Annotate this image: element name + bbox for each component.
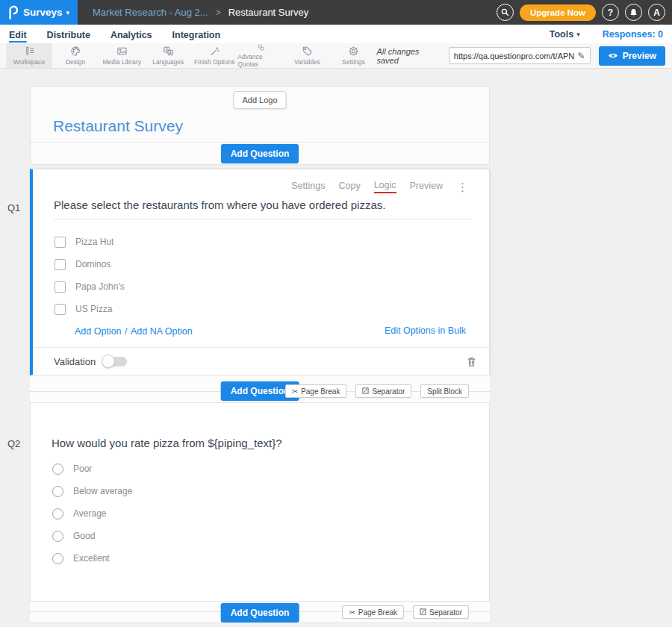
toolbar-item-design[interactable]: Design bbox=[52, 43, 99, 68]
search-button[interactable] bbox=[497, 4, 514, 21]
add-question-button[interactable]: Add Question bbox=[221, 144, 299, 163]
question-footer-q1: Validation bbox=[33, 347, 489, 375]
question-card-q1: Settings Copy Logic Preview ⋮ Please sel… bbox=[30, 169, 490, 375]
magic-wand-icon bbox=[209, 46, 220, 57]
option-label[interactable]: Papa John's bbox=[75, 281, 125, 292]
option-label[interactable]: Below average bbox=[73, 486, 132, 496]
radio-icon[interactable] bbox=[52, 553, 63, 564]
upgrade-now-button[interactable]: Upgrade Now bbox=[520, 4, 596, 21]
breadcrumb-folder[interactable]: Market Research - Aug 2... bbox=[93, 7, 208, 18]
preview-button[interactable]: Preview bbox=[599, 46, 665, 66]
preview-button-label: Preview bbox=[623, 51, 656, 61]
toggle-knob bbox=[102, 355, 115, 368]
option-label[interactable]: Pizza Hut bbox=[75, 237, 113, 247]
radio-icon[interactable] bbox=[52, 464, 63, 475]
toolbar-item-workspace[interactable]: Workspace bbox=[6, 43, 52, 68]
toolbar-item-finish-options[interactable]: Finish Options bbox=[191, 43, 237, 68]
answer-options-q2: Poor Below average Average Good Excellen… bbox=[52, 458, 132, 570]
gear-icon bbox=[348, 46, 359, 57]
breadcrumb-separator-icon: > bbox=[216, 7, 221, 18]
checkbox-icon[interactable] bbox=[55, 304, 66, 315]
edit-options-in-bulk-link[interactable]: Edit Options in Bulk bbox=[385, 325, 466, 336]
toolbar-item-advance-quotas[interactable]: Advance Quotas bbox=[237, 43, 284, 68]
radio-icon[interactable] bbox=[52, 531, 63, 542]
tab-distribute[interactable]: Distribute bbox=[47, 28, 90, 40]
option-label[interactable]: Dominos bbox=[75, 259, 111, 269]
notifications-button[interactable] bbox=[625, 4, 642, 21]
option-actions-row: Add Option / Add NA Option Edit Options … bbox=[75, 324, 466, 337]
scissors-icon: ✂ bbox=[349, 608, 355, 617]
question-number-q2: Q2 bbox=[7, 438, 20, 449]
nav-tabs: Edit Distribute Analytics Integration bbox=[9, 25, 220, 43]
add-na-option-link[interactable]: Add NA Option bbox=[131, 326, 193, 337]
checkbox-icon[interactable] bbox=[55, 237, 66, 248]
user-avatar[interactable]: A bbox=[648, 4, 665, 21]
delete-question-button[interactable] bbox=[467, 356, 476, 367]
checkbox-icon[interactable] bbox=[55, 259, 66, 270]
question-copy-link[interactable]: Copy bbox=[338, 181, 360, 193]
tab-analytics[interactable]: Analytics bbox=[111, 28, 152, 40]
option-row: Poor bbox=[52, 458, 132, 480]
surveys-menu-label: Surveys bbox=[23, 7, 63, 18]
question-text-q1[interactable]: Please select the restaurants from where… bbox=[54, 199, 471, 219]
page-break-button[interactable]: ✂ Page Break bbox=[342, 605, 404, 619]
question-text-q2[interactable]: How would you rate pizza from ${piping_t… bbox=[52, 437, 282, 449]
add-option-link[interactable]: Add Option bbox=[75, 326, 122, 337]
radio-icon[interactable] bbox=[52, 508, 63, 520]
trash-icon bbox=[467, 356, 476, 367]
kebab-menu-icon[interactable]: ⋮ bbox=[457, 181, 468, 193]
edit-url-icon[interactable]: ✎ bbox=[578, 51, 585, 61]
question-mark-icon: ? bbox=[608, 7, 613, 18]
surveys-menu[interactable]: Surveys ▾ bbox=[23, 7, 69, 18]
responses-count[interactable]: Responses: 0 bbox=[603, 29, 663, 40]
split-block-label: Split Block bbox=[427, 387, 462, 396]
option-label[interactable]: Good bbox=[73, 531, 95, 541]
page-break-button[interactable]: ✂ Page Break bbox=[285, 384, 347, 398]
question-settings-link[interactable]: Settings bbox=[291, 181, 325, 193]
validation-toggle[interactable] bbox=[103, 357, 127, 366]
toolbar-item-label: Settings bbox=[342, 58, 365, 66]
tools-menu[interactable]: Tools ▾ bbox=[550, 29, 580, 40]
chain-links-icon bbox=[255, 43, 267, 52]
checkbox-icon[interactable] bbox=[55, 281, 66, 293]
tab-edit[interactable]: Edit bbox=[9, 28, 27, 40]
option-row: Dominos bbox=[55, 253, 125, 275]
option-row: US Pizza bbox=[55, 298, 125, 320]
option-label[interactable]: US Pizza bbox=[75, 304, 112, 314]
separator-button[interactable]: Separator bbox=[355, 384, 411, 398]
help-button[interactable]: ? bbox=[602, 4, 619, 21]
question-preview-link[interactable]: Preview bbox=[410, 181, 443, 193]
caret-down-icon: ▾ bbox=[66, 9, 70, 16]
separator-button[interactable]: Separator bbox=[413, 605, 469, 619]
option-label[interactable]: Excellent bbox=[73, 553, 110, 564]
radio-icon[interactable] bbox=[52, 486, 63, 497]
survey-url-input[interactable] bbox=[454, 52, 575, 60]
page-break-label: Page Break bbox=[301, 387, 340, 396]
separator-icon bbox=[420, 608, 426, 617]
split-block-button[interactable]: Split Block bbox=[420, 384, 469, 398]
add-logo-button[interactable]: Add Logo bbox=[233, 91, 286, 109]
toolbar-item-label: Workspace bbox=[13, 58, 45, 66]
toolbar-item-settings[interactable]: Settings bbox=[330, 43, 376, 68]
survey-header-card: Add Logo Restaurant Survey Add Question bbox=[30, 86, 490, 165]
option-label[interactable]: Average bbox=[73, 508, 106, 519]
tab-integration[interactable]: Integration bbox=[172, 28, 221, 40]
toolbar-item-media-library[interactable]: Media Library bbox=[99, 43, 145, 68]
product-switcher[interactable]: Surveys ▾ bbox=[0, 0, 78, 25]
caret-down-icon: ▾ bbox=[576, 31, 580, 38]
search-icon bbox=[501, 8, 509, 16]
add-question-button[interactable]: Add Question bbox=[221, 603, 299, 623]
questionpro-logo-icon bbox=[7, 5, 18, 19]
toolbar-item-label: Variables bbox=[294, 58, 320, 66]
question-logic-link[interactable]: Logic bbox=[374, 180, 396, 193]
breadcrumb-current[interactable]: Restaurant Survey bbox=[228, 7, 309, 18]
toolbar-item-label: Media Library bbox=[102, 58, 141, 66]
translate-icon bbox=[163, 46, 174, 57]
toolbar-item-variables[interactable]: Variables bbox=[284, 43, 330, 68]
survey-title[interactable]: Restaurant Survey bbox=[53, 117, 183, 135]
toolbar-item-languages[interactable]: Languages bbox=[145, 43, 191, 68]
link-separator: / bbox=[125, 326, 127, 337]
question-number-q1: Q1 bbox=[7, 202, 20, 213]
option-label[interactable]: Poor bbox=[73, 464, 92, 474]
option-row: Papa John's bbox=[55, 275, 125, 298]
